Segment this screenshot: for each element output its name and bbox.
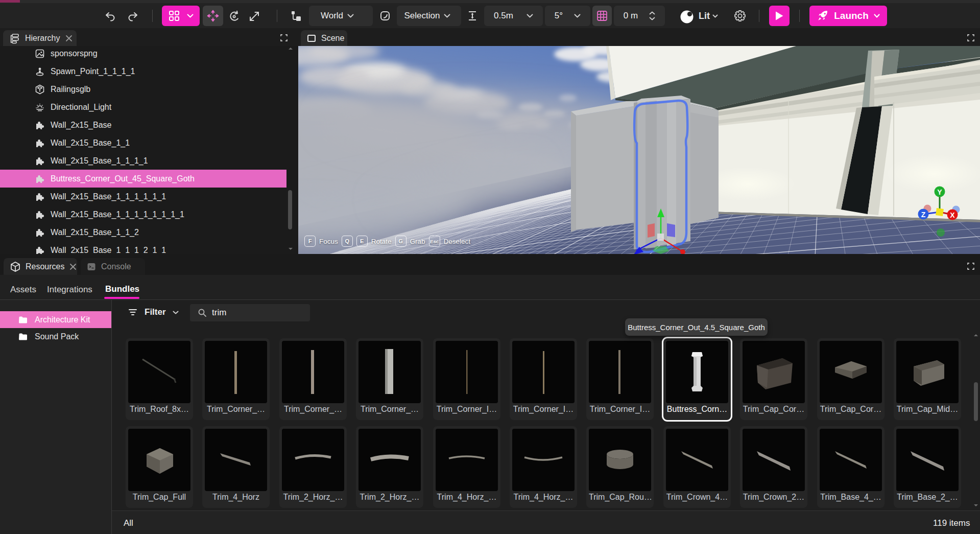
svg-text:X: X (950, 211, 955, 219)
svg-text:Y: Y (937, 188, 942, 196)
svg-text:Z: Z (921, 211, 926, 219)
